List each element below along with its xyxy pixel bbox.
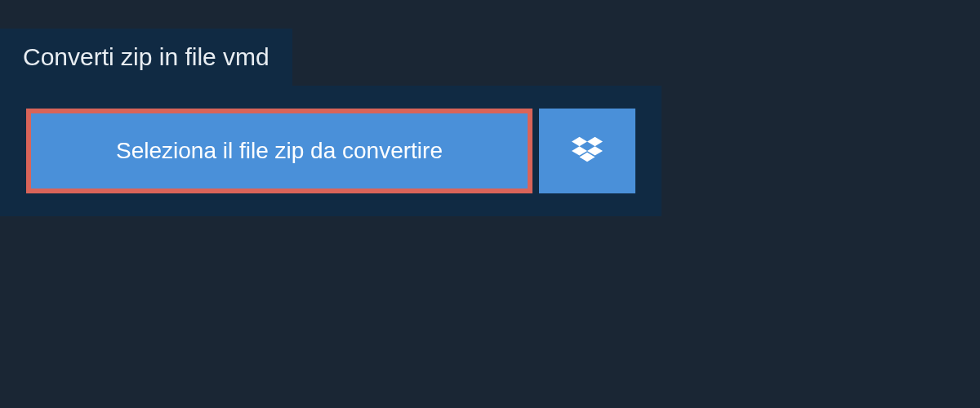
select-file-label: Seleziona il file zip da convertire [116, 138, 443, 164]
dropbox-icon [572, 134, 603, 168]
upload-panel: Seleziona il file zip da convertire [0, 86, 662, 216]
page-title: Converti zip in file vmd [23, 43, 270, 70]
page-title-tab: Converti zip in file vmd [0, 29, 292, 86]
dropbox-button[interactable] [539, 109, 635, 193]
select-file-button[interactable]: Seleziona il file zip da convertire [26, 109, 532, 193]
